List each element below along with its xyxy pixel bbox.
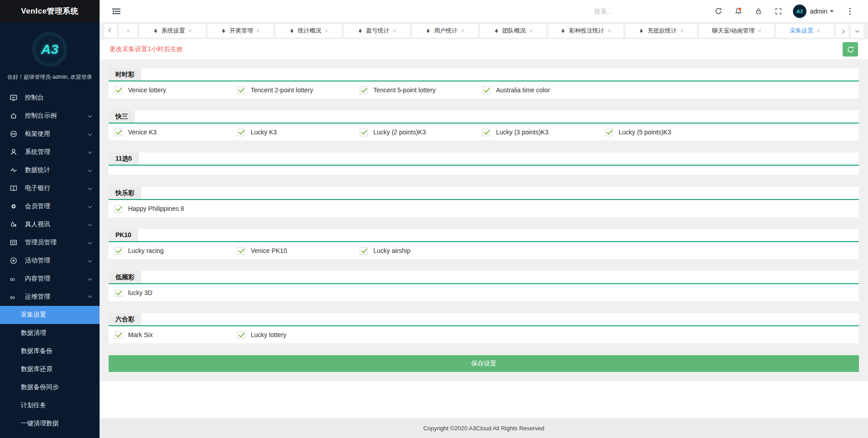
user-menu[interactable]: admin [810, 8, 834, 15]
checkbox-option[interactable]: Lucky (5 points)K3 [599, 129, 722, 136]
checkbox-option[interactable]: Australia time color [477, 86, 599, 94]
close-icon[interactable]: × [461, 28, 464, 34]
sidebar-item[interactable]: 控制台 [0, 89, 100, 107]
tab[interactable]: 用户统计× [412, 24, 478, 38]
checkbox-option[interactable]: Lucky lottery [231, 331, 354, 339]
sidebar-subitem[interactable]: 数据库备份 [0, 342, 100, 360]
checkbox[interactable] [114, 331, 122, 339]
sidebar-item[interactable]: ∞聊天室/动画管理 [0, 433, 100, 438]
close-icon[interactable]: × [324, 28, 328, 34]
tab[interactable]: 系统设置× [139, 24, 205, 38]
checkbox-option[interactable]: Lucky racing [109, 247, 231, 255]
collect-refresh-button[interactable] [843, 42, 858, 57]
checkbox-option[interactable]: Tencent 2-point lottery [231, 86, 354, 94]
close-icon[interactable]: × [680, 28, 683, 34]
checkbox[interactable] [605, 129, 613, 136]
tab-active[interactable]: 采集设置× [776, 24, 834, 38]
checkbox-option[interactable]: Tencent 5-point lottery [354, 86, 477, 94]
checkbox-option[interactable]: Venice lottery [109, 86, 231, 94]
checkbox[interactable] [237, 331, 245, 339]
checkbox[interactable] [237, 129, 245, 136]
lock-icon[interactable] [749, 8, 768, 15]
checkbox-option[interactable]: Lucky (2 points)K3 [354, 129, 477, 136]
sidebar-item[interactable]: 活动管理 [0, 252, 100, 270]
sidebar-item[interactable]: 电子银行 [0, 179, 100, 197]
checkbox[interactable] [114, 129, 122, 136]
tab[interactable]: × [119, 24, 137, 38]
sidebar-subitem[interactable]: 一键清理数据 [0, 414, 100, 433]
sidebar-subitem-active[interactable]: 采集设置 [0, 306, 100, 324]
checkbox[interactable] [482, 86, 490, 94]
checkbox-option[interactable]: Happy Philippines 8 [109, 205, 231, 213]
sidebar-item[interactable]: OK框架使用 [0, 125, 100, 143]
checkbox-option[interactable]: Venice K3 [109, 129, 231, 136]
option-label: Happy Philippines 8 [128, 205, 184, 212]
checkbox[interactable] [237, 247, 245, 255]
section-title-tab[interactable]: 六合彩 [109, 313, 141, 325]
tabs-menu-button[interactable] [851, 24, 863, 38]
search-input[interactable] [593, 7, 709, 15]
checkbox[interactable] [114, 289, 122, 297]
section-title-tab[interactable]: 快三 [109, 110, 135, 123]
sidebar-subitem[interactable]: 计划任务 [0, 396, 100, 414]
checkbox[interactable] [114, 86, 122, 94]
save-settings-button[interactable]: 保存设置 [109, 355, 859, 372]
checkbox-option[interactable]: Venice PK10 [231, 247, 354, 255]
checkbox[interactable] [360, 129, 367, 136]
tab-label: 彩种投注统计 [569, 27, 604, 35]
close-icon[interactable]: × [607, 28, 611, 34]
tab[interactable]: 充提款统计× [625, 24, 697, 38]
close-icon[interactable]: × [393, 28, 396, 34]
option-label: Lucky racing [128, 247, 164, 254]
section-title-tab[interactable]: 时时彩 [109, 68, 141, 81]
close-icon[interactable]: × [188, 28, 192, 34]
sidebar-item[interactable]: ∞运维管理 [0, 288, 100, 306]
tab[interactable]: 盈亏统计× [344, 24, 410, 38]
checkbox-option[interactable]: Mark Six [109, 331, 231, 339]
sidebar-subitem[interactable]: 数据清理 [0, 324, 100, 342]
avatar[interactable]: A3 [793, 5, 806, 18]
tab[interactable]: 聊天室/动画管理× [699, 24, 774, 38]
tab[interactable]: 统计概况× [276, 24, 342, 38]
close-icon[interactable]: × [256, 28, 260, 34]
more-vertical-icon[interactable] [840, 8, 860, 15]
sidebar-item[interactable]: 真人视讯 [0, 215, 100, 233]
bell-icon[interactable] [729, 7, 749, 15]
sidebar-item[interactable]: ∞内容管理 [0, 270, 100, 288]
tab[interactable]: 团队概况× [480, 24, 546, 38]
close-icon[interactable]: × [816, 28, 820, 34]
checkbox-option[interactable]: Lucky airship [354, 247, 477, 255]
section-title-tab[interactable]: 低频彩 [109, 271, 141, 283]
sidebar-item[interactable]: 数据统计 [0, 161, 100, 179]
section-title-tab[interactable]: 11选5 [109, 152, 139, 165]
tabs-scroll-right-button[interactable] [836, 24, 849, 38]
close-icon[interactable]: × [126, 28, 130, 34]
checkbox[interactable] [360, 247, 367, 255]
checkbox[interactable] [360, 86, 367, 94]
section-title-tab[interactable]: PK10 [109, 229, 138, 241]
sidebar-item[interactable]: 控制台示例 [0, 107, 100, 125]
fullscreen-icon[interactable] [768, 8, 788, 15]
chevron-down-icon [88, 240, 92, 244]
tabs-scroll-left-button[interactable] [104, 24, 117, 38]
section-title-tab[interactable]: 快乐彩 [109, 187, 141, 199]
sidebar-item[interactable]: 管理员管理 [0, 233, 100, 252]
checkbox-option[interactable]: Lucky (3 points)K3 [477, 129, 599, 136]
menu-collapse-icon[interactable] [112, 8, 121, 15]
close-icon[interactable]: × [758, 28, 762, 34]
sidebar-item[interactable]: 系统管理 [0, 143, 100, 161]
close-icon[interactable]: × [529, 28, 533, 34]
tab[interactable]: 开奖管理× [208, 24, 274, 38]
sidebar-subitem[interactable]: 数据备份同步 [0, 378, 100, 396]
sidebar-subitem[interactable]: 数据库还原 [0, 360, 100, 378]
checkbox[interactable] [482, 129, 490, 136]
checkbox[interactable] [114, 205, 122, 213]
tab-label: 采集设置 [790, 27, 813, 35]
checkbox-option[interactable]: Lucky K3 [231, 129, 354, 136]
checkbox-option[interactable]: lucky 3D [109, 289, 231, 297]
refresh-icon[interactable] [709, 7, 729, 15]
checkbox[interactable] [114, 247, 122, 255]
tab[interactable]: 彩种投注统计× [548, 24, 623, 38]
checkbox[interactable] [237, 86, 245, 94]
sidebar-item[interactable]: 会员管理 [0, 197, 100, 215]
